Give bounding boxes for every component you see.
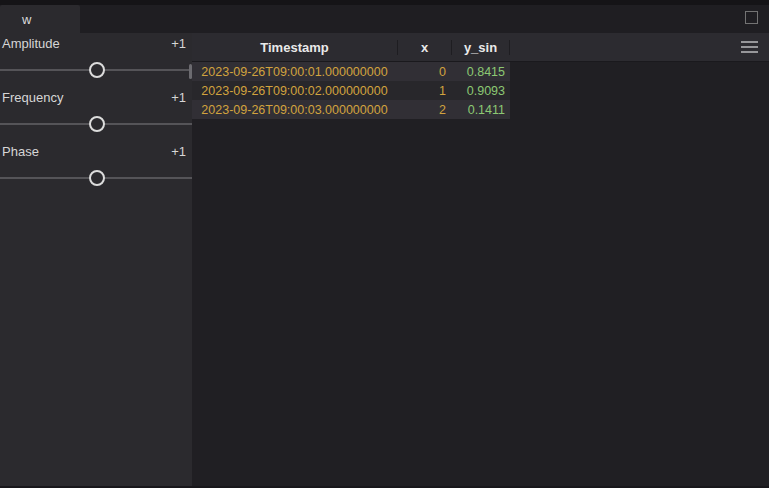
table-header-row: Timestamp x y_sin	[192, 33, 769, 62]
hamburger-menu-icon[interactable]	[741, 41, 758, 53]
y-sin-cell: 0.9093	[451, 84, 510, 98]
slider-group-amplitude: Amplitude +1	[0, 33, 192, 87]
phase-slider-handle[interactable]	[89, 170, 105, 186]
phase-label: Phase	[2, 144, 39, 159]
slider-group-frequency: Frequency +1	[0, 87, 192, 141]
x-cell: 1	[397, 84, 451, 98]
phase-slider	[0, 161, 192, 195]
column-header-timestamp[interactable]: Timestamp	[192, 40, 397, 55]
panel-resize-grip[interactable]	[189, 64, 192, 79]
app-window: w Amplitude +1 Frequency +1	[0, 0, 769, 488]
table-row: 2023-09-26T09:00:02.000000000 1 0.9093	[192, 81, 510, 100]
controls-panel: Amplitude +1 Frequency +1	[0, 33, 192, 488]
column-header-y-sin[interactable]: y_sin	[451, 40, 510, 55]
tab-w-label: w	[22, 12, 31, 27]
frequency-slider	[0, 107, 192, 141]
x-cell: 0	[397, 65, 451, 79]
table-row: 2023-09-26T09:00:01.000000000 0 0.8415	[192, 62, 510, 81]
tab-bar: w	[0, 5, 769, 33]
frequency-value[interactable]: +1	[171, 90, 186, 105]
timestamp-cell: 2023-09-26T09:00:02.000000000	[192, 84, 397, 98]
amplitude-value[interactable]: +1	[171, 36, 186, 51]
table-body: 2023-09-26T09:00:01.000000000 0 0.8415 2…	[192, 62, 510, 119]
x-cell: 2	[397, 103, 451, 117]
slider-label-row: Phase +1	[0, 141, 192, 161]
frequency-slider-handle[interactable]	[89, 116, 105, 132]
table-panel: Timestamp x y_sin 2023-09-26T09:00:01.00…	[192, 33, 769, 488]
amplitude-slider	[0, 53, 192, 87]
amplitude-label: Amplitude	[2, 36, 60, 51]
content-area: Amplitude +1 Frequency +1	[0, 33, 769, 488]
column-header-x[interactable]: x	[397, 40, 451, 55]
table-row: 2023-09-26T09:00:03.000000000 2 0.1411	[192, 100, 510, 119]
amplitude-slider-handle[interactable]	[89, 62, 105, 78]
tab-w[interactable]: w	[0, 5, 80, 33]
phase-value[interactable]: +1	[171, 144, 186, 159]
frequency-label: Frequency	[2, 90, 63, 105]
timestamp-cell: 2023-09-26T09:00:01.000000000	[192, 65, 397, 79]
timestamp-cell: 2023-09-26T09:00:03.000000000	[192, 103, 397, 117]
slider-group-phase: Phase +1	[0, 141, 192, 195]
y-sin-cell: 0.1411	[451, 103, 510, 117]
slider-label-row: Frequency +1	[0, 87, 192, 107]
y-sin-cell: 0.8415	[451, 65, 510, 79]
square-window-icon[interactable]	[745, 11, 758, 24]
slider-label-row: Amplitude +1	[0, 33, 192, 53]
